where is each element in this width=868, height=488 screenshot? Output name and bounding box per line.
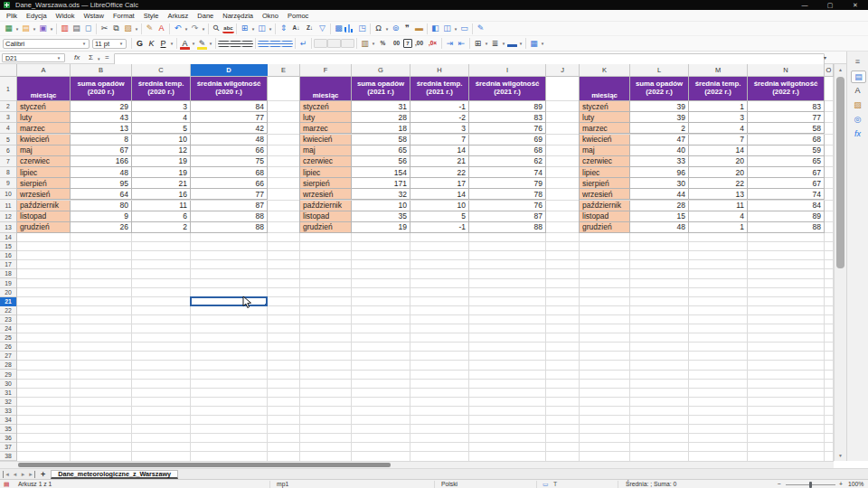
row-header-29[interactable]: 29	[0, 371, 16, 380]
row-header-20[interactable]: 20	[0, 288, 16, 297]
header-cell-humidity[interactable]: średnia wilgotność(2021 r.)	[469, 77, 546, 101]
font-name-combo[interactable]: Calibri ▾	[3, 39, 90, 49]
cell-value[interactable]: 77	[748, 112, 825, 123]
chevron-down-icon[interactable]: ▾	[540, 41, 545, 46]
cell-value[interactable]: 19	[132, 167, 191, 178]
column-header-E[interactable]: E	[268, 64, 300, 76]
add-decimal-place-icon[interactable]: ,00	[412, 38, 426, 50]
header-cell-precipitation[interactable]: suma opadów(2020 r.)	[71, 77, 132, 101]
cell-value[interactable]: 68	[469, 145, 546, 156]
cell-value[interactable]: 35	[352, 211, 410, 222]
cell-value[interactable]: 48	[630, 222, 689, 233]
row-header-22[interactable]: 22	[0, 306, 16, 315]
cell-value[interactable]: 3	[132, 101, 191, 112]
cell-month[interactable]: sierpień	[580, 178, 630, 189]
cell-value[interactable]: 171	[352, 178, 410, 189]
increase-indent-icon[interactable]: ⇥	[444, 38, 456, 50]
cell-month[interactable]: marzec	[17, 123, 71, 134]
cell-value[interactable]: 5	[410, 211, 469, 222]
cell-value[interactable]: 88	[748, 222, 825, 233]
cell-value[interactable]: 62	[469, 156, 546, 167]
column-header-F[interactable]: F	[300, 64, 352, 76]
italic-icon[interactable]: K	[146, 38, 157, 50]
cell-month[interactable]: luty	[17, 112, 71, 123]
show-draw-functions-icon[interactable]: ✎	[475, 23, 486, 34]
borders-icon[interactable]: ⊞	[472, 38, 484, 50]
cell-month[interactable]: wrzesień	[300, 189, 352, 200]
cell-value[interactable]: 74	[469, 167, 546, 178]
cell-value[interactable]: 28	[352, 112, 410, 123]
scroll-up-icon[interactable]: ▲	[835, 66, 846, 73]
cell-value[interactable]: 17	[410, 178, 469, 189]
row-header-34[interactable]: 34	[0, 416, 16, 425]
column-header-D[interactable]: D	[191, 64, 268, 76]
unmerge-cells-icon[interactable]	[341, 39, 354, 48]
print-icon[interactable]: ▤	[71, 23, 82, 34]
cell-value[interactable]: 67	[748, 178, 825, 189]
cell-value[interactable]: 30	[630, 178, 689, 189]
headers-footers-icon[interactable]: ▬	[413, 23, 425, 34]
pivot-table-icon[interactable]: ◳	[356, 23, 368, 34]
column-header-A[interactable]: A	[17, 64, 71, 76]
font-color-icon[interactable]: A	[179, 38, 191, 50]
header-cell-humidity[interactable]: średnia wilgotność(2020 r.)	[191, 77, 268, 101]
cell-value[interactable]: 48	[191, 135, 268, 145]
cell-value[interactable]: 2	[132, 222, 191, 233]
cell-value[interactable]: 1	[689, 222, 748, 233]
cell-value[interactable]: 58	[352, 135, 410, 145]
next-sheet-button[interactable]: ▸	[19, 471, 27, 478]
menu-plik[interactable]: Plik	[2, 10, 22, 22]
close-button[interactable]: ✕	[843, 0, 868, 10]
cell-month[interactable]: maj	[17, 145, 71, 156]
cell-value[interactable]: 69	[469, 135, 546, 145]
cell-month[interactable]: grudzień	[17, 222, 71, 233]
cell-month[interactable]: październik	[17, 201, 71, 211]
row-header-23[interactable]: 23	[0, 315, 16, 324]
cut-icon[interactable]: ✂	[99, 23, 110, 34]
cell-value[interactable]: 95	[71, 178, 132, 189]
vertical-scrollbar-thumb[interactable]	[836, 77, 844, 268]
center-vertically-icon[interactable]	[269, 41, 281, 47]
row-header-31[interactable]: 31	[0, 389, 16, 398]
cell-month[interactable]: grudzień	[300, 222, 352, 233]
cell-month[interactable]: styczeń	[580, 101, 630, 112]
cell-value[interactable]: 47	[630, 135, 689, 145]
cell-value[interactable]: 5	[132, 123, 191, 134]
cell-month[interactable]: czerwiec	[17, 156, 71, 167]
zoom-level[interactable]: 100%	[848, 481, 863, 487]
undo-icon[interactable]: ↶	[172, 23, 184, 34]
cell-value[interactable]: 87	[469, 211, 546, 222]
hyperlink-icon[interactable]: ⊚	[390, 23, 401, 34]
row-header-3[interactable]: 3	[0, 112, 16, 123]
insert-row-icon[interactable]: ⊞	[239, 23, 250, 34]
font-size-combo[interactable]: 11 pt ▾	[92, 39, 127, 49]
cell-value[interactable]: 89	[748, 211, 825, 222]
column-header-N[interactable]: N	[748, 64, 825, 76]
cell-month[interactable]: maj	[580, 145, 630, 156]
header-cell-humidity[interactable]: średnia wilgotność(2022 r.)	[748, 77, 825, 101]
cell-month[interactable]: styczeń	[300, 101, 352, 112]
column-header-G[interactable]: G	[352, 64, 410, 76]
underline-icon[interactable]: P	[157, 38, 169, 50]
row-header-14[interactable]: 14	[0, 233, 16, 242]
cell-month[interactable]: marzec	[580, 123, 630, 134]
menu-dane[interactable]: Dane	[193, 10, 218, 22]
menu-okno[interactable]: Okno	[258, 10, 283, 22]
cell-value[interactable]: 31	[352, 101, 410, 112]
cell-value[interactable]: 89	[469, 101, 546, 112]
open-icon[interactable]: ▤	[20, 23, 32, 34]
align-top-icon[interactable]	[258, 41, 269, 47]
cell-month[interactable]: listopad	[17, 211, 71, 222]
sort-descending-icon[interactable]: Z↓	[303, 23, 316, 34]
chevron-down-icon[interactable]: ▾	[201, 26, 206, 32]
column-header-L[interactable]: L	[630, 64, 689, 76]
cell-value[interactable]: 19	[132, 156, 191, 167]
name-box[interactable]: D21 ▾	[2, 53, 65, 62]
maximize-button[interactable]: ▢	[817, 0, 843, 10]
menu-format[interactable]: Format	[108, 10, 139, 22]
format-as-date-icon[interactable]: 7	[403, 39, 412, 48]
column-header-K[interactable]: K	[580, 64, 630, 76]
cell-month[interactable]: wrzesień	[580, 189, 630, 200]
cell-value[interactable]: 87	[191, 201, 268, 211]
cell-value[interactable]: 9	[71, 211, 132, 222]
